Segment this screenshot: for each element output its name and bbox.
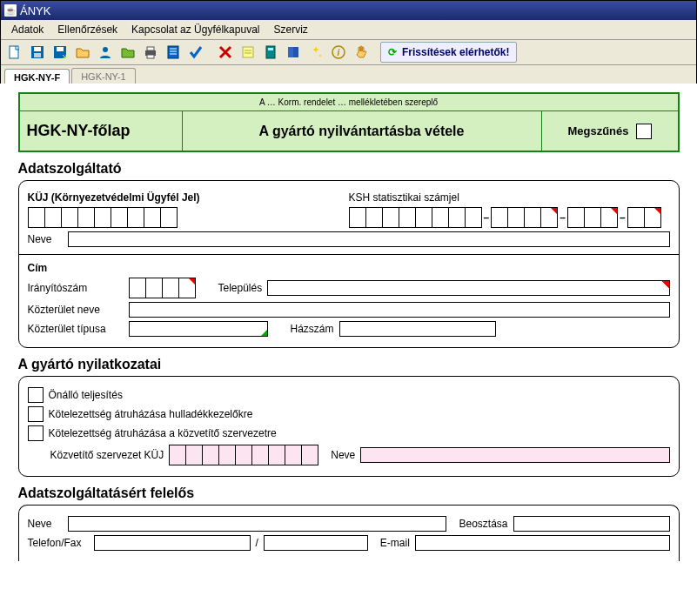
svg-rect-9 [147,55,154,58]
menu-ellenorzesek[interactable]: Ellenőrzések [50,22,124,37]
fel-neve-input[interactable] [68,516,447,532]
tb-info-icon[interactable]: i [328,42,349,63]
megszunes-checkbox[interactable] [636,124,652,139]
toolbar: i ⟳ Frissítések elérhetők! [1,40,696,65]
form-page: A … Korm. rendelet … mellékletében szere… [18,92,680,616]
form-code: HGK-NY-főlap [20,111,183,151]
tb-save-as-icon[interactable] [50,42,70,63]
header-reference: A … Korm. rendelet … mellékletében szere… [20,94,678,111]
kozvetito-kuj-input[interactable] [169,445,318,465]
neve-label: Neve [28,233,63,245]
fel-email-label: E-mail [380,537,410,549]
svg-rect-18 [268,48,273,50]
updates-available-button[interactable]: ⟳ Frissítések elérhetők! [380,42,517,63]
kozvetito-kuj-label: Közvetítő szervezet KÜJ [50,449,164,461]
svg-point-6 [103,47,108,52]
tb-magic-icon[interactable] [305,42,326,63]
section-adatszolgaltato-title: Adatszolgáltató [18,161,680,177]
ksh-input[interactable]: – – – [349,207,670,228]
hazszam-label: Házszám [291,323,334,335]
kozterulet-neve-label: Közterület neve [28,304,124,316]
tb-open-icon[interactable] [72,42,93,63]
svg-rect-8 [147,47,154,50]
tb-new-icon[interactable] [4,42,25,63]
opt3-label: Kötelezettség átruházása a közvetítő sze… [49,427,277,439]
panel-felelos: Neve Beosztása Telefon/Fax / E-mail [18,505,680,561]
tb-hand-icon[interactable] [351,42,372,63]
tb-calc-icon[interactable] [260,42,281,63]
opt2-checkbox[interactable] [28,406,44,422]
divider [19,254,679,255]
tb-save-icon[interactable] [27,42,48,63]
hazszam-input[interactable] [339,321,496,337]
opt2-label: Kötelezettség átruházása hulladékkezelők… [49,408,253,420]
kozterulet-tipusa-label: Közterület típusa [28,323,124,335]
fel-beosztas-input[interactable] [513,516,670,532]
neve-input[interactable] [68,231,670,247]
svg-rect-10 [168,46,178,58]
tb-check-icon[interactable] [185,42,206,63]
opt3-checkbox[interactable] [28,425,44,441]
kozterulet-neve-input[interactable] [129,302,670,318]
window-title-bar: ☕ ÁNYK [1,1,696,20]
kozterulet-tipusa-input[interactable] [129,321,268,337]
fel-telefon-input[interactable] [94,535,251,551]
panel-nyilatkozat: Önálló teljesítés Kötelezettség átruházá… [18,376,680,477]
form-title: A gyártó nyilvántartásba vétele [183,111,542,151]
svg-rect-5 [57,47,64,51]
kozvetito-neve-label: Neve [331,449,355,461]
svg-rect-3 [34,53,41,57]
svg-rect-14 [243,47,253,57]
megszunes-cell: Megszűnés [542,111,678,151]
fel-tel-label: Telefon/Fax [28,537,89,549]
fel-neve-label: Neve [28,518,63,530]
fel-email-input[interactable] [415,535,670,551]
telepules-input[interactable] [267,280,669,296]
opt1-checkbox[interactable] [28,387,44,403]
fel-fax-input[interactable] [264,535,368,551]
section-nyilatkozat-title: A gyártó nyilatkozatai [18,357,680,372]
tab-strip: HGK-NY-F HGK-NY-1 [1,65,696,85]
irsz-input[interactable] [129,278,196,298]
tb-delete-icon[interactable] [215,42,236,63]
java-icon: ☕ [4,4,17,17]
tb-folder-icon[interactable] [117,42,138,63]
panel-adatszolgaltato: KÜJ (Környezetvédelmi Ügyfél Jel) KSH st… [18,180,680,348]
svg-text:i: i [338,48,340,57]
form-scroll-area[interactable]: A … Korm. rendelet … mellékletében szere… [0,84,697,616]
opt1-label: Önálló teljesítés [49,389,123,401]
section-felelos-title: Adatszolgáltatásért felelős [18,485,680,501]
slash-label: / [256,537,258,549]
tb-note-icon[interactable] [238,42,258,63]
kuj-label: KÜJ (Környezetvédelmi Ügyfél Jel) [28,191,336,204]
fel-beosztas-label: Beosztása [459,518,507,530]
menu-bar: Adatok Ellenőrzések Kapcsolat az Ügyfélk… [1,20,696,40]
kozvetito-neve-input[interactable] [360,447,669,463]
tb-form-icon[interactable] [163,42,184,63]
cim-label: Cím [28,262,670,274]
tab-hgk-ny-1[interactable]: HGK-NY-1 [71,68,136,84]
menu-adatok[interactable]: Adatok [4,22,50,37]
menu-szerviz[interactable]: Szerviz [266,22,314,37]
refresh-icon: ⟳ [388,46,397,58]
tb-print-icon[interactable] [140,42,161,63]
megszunes-label: Megszűnés [567,124,628,137]
telepules-label: Település [218,282,263,294]
svg-rect-2 [34,47,41,51]
tb-user-icon[interactable] [95,42,116,63]
irsz-label: Irányítószám [28,282,124,294]
form-header: A … Korm. rendelet … mellékletében szere… [18,92,680,152]
updates-label: Frissítések elérhetők! [402,46,509,58]
tb-book-icon[interactable] [283,42,304,63]
svg-rect-0 [10,46,18,58]
menu-kapcsolat[interactable]: Kapcsolat az Ügyfélkapuval [124,22,266,37]
ksh-label: KSH statisztikai számjel [349,191,670,204]
kuj-input[interactable] [28,207,336,228]
window-title: ÁNYK [20,4,50,17]
